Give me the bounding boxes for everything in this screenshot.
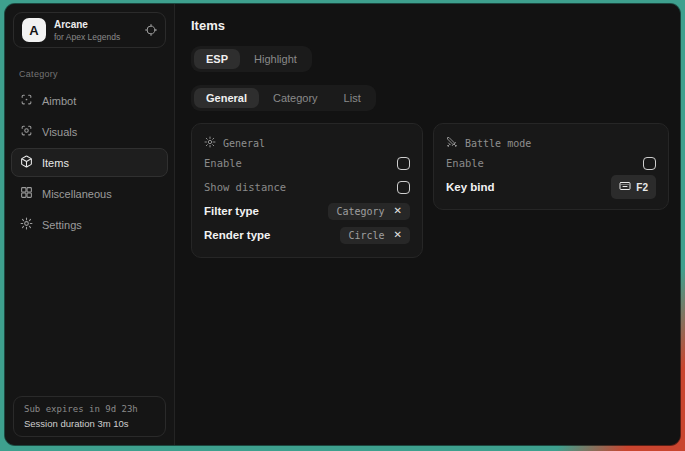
sidebar-item-label: Miscellaneous	[42, 188, 112, 200]
brand-name: Arcane	[54, 19, 120, 30]
scan-eye-icon	[20, 124, 33, 139]
setting-label: Key bind	[446, 181, 495, 193]
select-value: Category	[336, 206, 384, 217]
tab-general[interactable]: General	[194, 88, 259, 108]
sidebar-item-miscellaneous[interactable]: Miscellaneous	[11, 179, 168, 208]
sidebar-item-settings[interactable]: Settings	[11, 210, 168, 239]
panel-title: Battle mode	[465, 138, 531, 149]
mode-tabs: ESP Highlight	[191, 46, 312, 72]
brand-card: A Arcane for Apex Legends	[13, 12, 166, 48]
filter-type-select[interactable]: Category ✕	[328, 203, 410, 220]
setting-label: Render type	[204, 229, 270, 241]
setting-row-enable: Enable	[446, 151, 656, 175]
battle-enable-checkbox[interactable]	[643, 157, 656, 170]
view-tabs: General Category List	[191, 85, 376, 111]
setting-row-render-type: Render type Circle ✕	[204, 223, 410, 247]
select-value: Circle	[348, 230, 384, 241]
setting-label: Filter type	[204, 205, 259, 217]
close-icon[interactable]: ✕	[394, 206, 402, 216]
aimbot-crosshair-icon	[20, 93, 33, 108]
tab-esp[interactable]: ESP	[194, 49, 240, 69]
sidebar-section-label: Category	[19, 69, 160, 79]
sun-gear-icon	[204, 136, 216, 150]
show-distance-checkbox[interactable]	[397, 181, 410, 194]
brand-subtitle: for Apex Legends	[54, 32, 120, 42]
enable-checkbox[interactable]	[397, 157, 410, 170]
subscription-info-card: Sub expires in 9d 23h Session duration 3…	[13, 396, 166, 437]
package-icon	[20, 155, 33, 170]
close-icon[interactable]: ✕	[394, 230, 402, 240]
sidebar-item-visuals[interactable]: Visuals	[11, 117, 168, 146]
sidebar: A Arcane for Apex Legends Category Aimbo…	[5, 4, 175, 445]
app-window: A Arcane for Apex Legends Category Aimbo…	[5, 4, 680, 445]
setting-label: Show distance	[204, 181, 286, 193]
swords-icon	[446, 136, 458, 150]
sidebar-item-aimbot[interactable]: Aimbot	[11, 86, 168, 115]
tab-category[interactable]: Category	[261, 88, 330, 108]
panel-title: General	[223, 138, 265, 149]
grid-icon	[20, 186, 33, 201]
setting-row-filter-type: Filter type Category ✕	[204, 199, 410, 223]
keyboard-icon	[619, 178, 631, 196]
crosshair-icon[interactable]	[145, 24, 157, 36]
gear-icon	[20, 217, 33, 232]
sidebar-item-label: Settings	[42, 219, 82, 231]
main-content: Items ESP Highlight General Category Lis…	[175, 4, 680, 445]
general-panel: General Enable Show distance Filter type…	[191, 123, 423, 258]
sidebar-item-label: Visuals	[42, 126, 77, 138]
general-panel-header: General	[204, 133, 410, 151]
key-bind-button[interactable]: F2	[611, 175, 656, 199]
render-type-select[interactable]: Circle ✕	[340, 227, 410, 244]
sidebar-item-label: Aimbot	[42, 95, 76, 107]
brand-logo: A	[22, 18, 46, 42]
tab-highlight[interactable]: Highlight	[242, 49, 309, 69]
sidebar-item-label: Items	[42, 157, 69, 169]
setting-row-enable: Enable	[204, 151, 410, 175]
sidebar-item-items[interactable]: Items	[11, 148, 168, 177]
battle-mode-panel: Battle mode Enable Key bind F2	[433, 123, 669, 210]
battle-panel-header: Battle mode	[446, 133, 656, 151]
setting-label: Enable	[446, 157, 484, 169]
setting-row-key-bind: Key bind F2	[446, 175, 656, 199]
tab-list[interactable]: List	[332, 88, 373, 108]
setting-row-show-distance: Show distance	[204, 175, 410, 199]
session-duration-text: Session duration 3m 10s	[24, 418, 155, 429]
sub-expiry-text: Sub expires in 9d 23h	[24, 404, 155, 414]
sidebar-nav: Aimbot Visuals Items	[5, 86, 174, 239]
key-bind-value: F2	[636, 182, 648, 193]
page-title: Items	[191, 18, 669, 33]
setting-label: Enable	[204, 157, 242, 169]
